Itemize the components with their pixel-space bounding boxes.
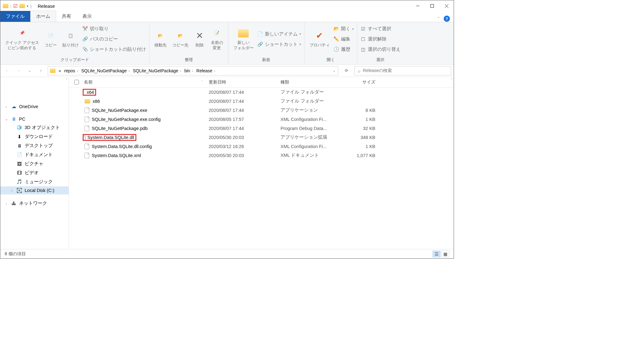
column-date[interactable]: 更新日時 (209, 79, 280, 85)
file-row[interactable]: SQLite_NuGetPackage.exe.config 2020/08/0… (69, 115, 454, 124)
ribbon-group-open: ✔プロパティ 📂開く▾ ✏️編集 🕓履歴 開く (305, 22, 357, 64)
help-icon[interactable]: ? (444, 16, 450, 22)
file-icon (85, 144, 89, 149)
tree-item[interactable]: ›💽Local Disk (C:) (0, 186, 69, 194)
qat-properties-icon[interactable]: ☑ (13, 3, 17, 9)
copy-button[interactable]: 📄コピー (43, 29, 59, 49)
column-headers: 名前ˆ 更新日時 種類 サイズ (69, 77, 454, 88)
svg-rect-1 (431, 4, 434, 7)
search-box[interactable]: ⌕ Releaseの検索 (354, 66, 451, 75)
window-title: Release (38, 3, 55, 9)
search-icon: ⌕ (358, 68, 360, 73)
qat-folder-icon (3, 4, 8, 8)
nav-back-button[interactable]: ← (3, 66, 12, 75)
open-button[interactable]: 📂開く▾ (334, 24, 354, 33)
tab-file[interactable]: ファイル (0, 11, 30, 22)
address-bar: ← → ⌄ ↑ « repos› SQLite_NuGetPackage› SQ… (0, 65, 454, 77)
ribbon-group-select: ☑すべて選択 ☐選択解除 ◫選択の切り替え 選択 (357, 22, 404, 64)
invert-selection-button[interactable]: ◫選択の切り替え (360, 45, 401, 54)
view-details-button[interactable]: ☰ (432, 251, 441, 257)
nav-recent-button[interactable]: ⌄ (25, 66, 34, 75)
titlebar: | ☑ ▾ | Release (0, 0, 454, 12)
file-icon (85, 126, 89, 131)
explorer-window: | ☑ ▾ | Release ファイル ホーム 共有 表示 ˆ ? 📌クイック… (0, 0, 454, 259)
file-row[interactable]: System.Data.SQLite.dll 2020/05/30 20:03 … (69, 133, 454, 142)
tree-item[interactable]: ⬇ダウンロード (0, 132, 69, 141)
list-scroll-up-icon[interactable]: ˆ (451, 78, 452, 83)
status-bar: 8 個の項目 ☰ ▦ (0, 249, 454, 258)
file-row[interactable]: System.Data.SQLite.dll.config 2020/03/12… (69, 142, 454, 151)
address-box[interactable]: « repos› SQLite_NuGetPackage› SQLite_NuG… (48, 66, 338, 75)
file-row[interactable]: SQLite_NuGetPackage.exe 2020/08/07 17:44… (69, 106, 454, 115)
status-item-count: 8 個の項目 (5, 251, 26, 257)
file-list-pane: ˆ 名前ˆ 更新日時 種類 サイズ x64 2020/08/07 17:44 フ… (69, 77, 454, 249)
file-icon (85, 117, 89, 122)
folder-icon (85, 99, 90, 103)
tab-share[interactable]: 共有 (56, 11, 77, 22)
file-row[interactable]: x64 2020/08/07 17:44 ファイル フォルダー (69, 88, 454, 97)
file-row[interactable]: SQLite_NuGetPackage.pdb 2020/08/07 17:44… (69, 124, 454, 133)
rename-button[interactable]: 📝名前の 変更 (209, 26, 225, 52)
move-to-button[interactable]: 📂移動先 (153, 29, 168, 49)
paste-shortcut-button[interactable]: 📎ショートカットの貼り付け (82, 45, 146, 54)
select-all-checkbox[interactable] (74, 80, 79, 84)
new-shortcut-button[interactable]: 🔗ショートカット▾ (257, 40, 301, 49)
pin-to-quickaccess-button[interactable]: 📌クイック アクセス にピン留めする (3, 26, 41, 52)
crumb-release[interactable]: Release› (195, 68, 217, 74)
file-icon (85, 135, 85, 140)
copy-to-button[interactable]: 📂コピー先 (170, 29, 190, 49)
nav-up-button[interactable]: ↑ (37, 66, 45, 75)
qat-separator-icon: | (10, 4, 11, 8)
tree-item[interactable]: 🖥デスクトップ (0, 141, 69, 150)
paste-button[interactable]: 📋貼り付け (61, 29, 80, 49)
view-thumbnails-button[interactable]: ▦ (441, 251, 449, 257)
qat-dropdown-icon[interactable]: ▾ (27, 4, 28, 8)
tree-pc[interactable]: ⌄🖥PC (0, 115, 69, 123)
minimize-button[interactable] (411, 1, 425, 11)
crumb-bin[interactable]: bin› (183, 68, 194, 74)
select-all-button[interactable]: ☑すべて選択 (360, 24, 401, 33)
new-item-button[interactable]: 📄新しいアイテム▾ (257, 30, 301, 39)
tree-item[interactable]: 🎞ビデオ (0, 168, 69, 177)
file-row[interactable]: System.Data.SQLite.xml 2020/05/30 20:03 … (69, 151, 454, 160)
crumb-2[interactable]: SQLite_NuGetPackage› (132, 68, 183, 74)
select-none-button[interactable]: ☐選択解除 (360, 35, 401, 44)
file-icon (85, 153, 89, 158)
nav-forward-button[interactable]: → (14, 66, 23, 75)
tab-home[interactable]: ホーム (30, 11, 56, 22)
nav-scroll-up-icon[interactable]: ˆ (66, 78, 67, 83)
ribbon-tabs: ファイル ホーム 共有 表示 ˆ ? (0, 12, 454, 22)
tree-item[interactable]: 🖼ピクチャ (0, 159, 69, 168)
crumb-1[interactable]: SQLite_NuGetPackage› (80, 68, 131, 74)
column-size[interactable]: サイズ (343, 79, 380, 85)
tree-item[interactable]: 🎵ミュージック (0, 177, 69, 186)
properties-button[interactable]: ✔プロパティ (308, 29, 332, 49)
tree-item[interactable]: 🧊3D オブジェクト (0, 123, 69, 132)
address-dropdown-icon[interactable]: ⌄ (333, 69, 335, 72)
maximize-button[interactable] (425, 1, 439, 11)
edit-button[interactable]: ✏️編集 (334, 35, 354, 44)
address-folder-icon (50, 69, 56, 73)
ribbon-group-new: 新しい フォルダー 📄新しいアイテム▾ 🔗ショートカット▾ 新規 (228, 22, 305, 64)
file-icon (85, 108, 89, 113)
navigation-pane: ˆ ›☁OneDrive ⌄🖥PC 🧊3D オブジェクト⬇ダウンロード🖥デスクト… (0, 77, 69, 249)
ribbon: 📌クイック アクセス にピン留めする 📄コピー 📋貼り付け ✂️切り取り 🔗パス… (0, 22, 454, 65)
refresh-button[interactable]: ⟳ (341, 66, 352, 75)
new-folder-button[interactable]: 新しい フォルダー (232, 26, 256, 52)
tree-item[interactable]: 📄ドキュメント (0, 150, 69, 159)
ribbon-group-organize: 📂移動先 📂コピー先 ✕削除 📝名前の 変更 整理 (149, 22, 228, 64)
tree-onedrive[interactable]: ›☁OneDrive (0, 103, 69, 111)
close-button[interactable] (439, 1, 454, 11)
tab-view[interactable]: 表示 (77, 11, 97, 22)
history-button[interactable]: 🕓履歴 (334, 45, 354, 54)
crumb-repos[interactable]: repos› (63, 68, 80, 74)
ribbon-collapse-icon[interactable]: ˆ (438, 17, 439, 21)
file-row[interactable]: x86 2020/08/07 17:44 ファイル フォルダー (69, 97, 454, 106)
delete-button[interactable]: ✕削除 (192, 29, 207, 49)
column-type[interactable]: 種類 (280, 79, 343, 85)
copy-path-button[interactable]: 🔗パスのコピー (82, 35, 146, 44)
tree-network[interactable]: ›🖧ネットワーク (0, 199, 69, 208)
qat-newfolder-icon[interactable] (19, 4, 25, 8)
cut-button[interactable]: ✂️切り取り (82, 24, 146, 33)
column-name[interactable]: 名前ˆ (84, 79, 209, 85)
